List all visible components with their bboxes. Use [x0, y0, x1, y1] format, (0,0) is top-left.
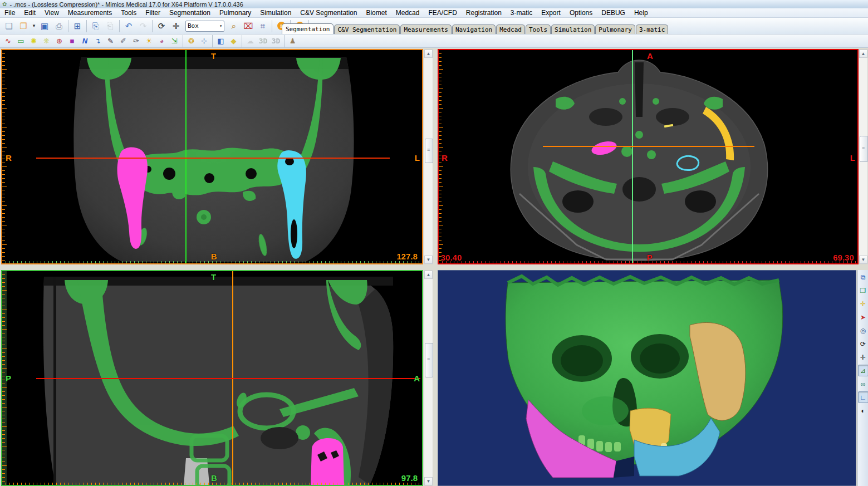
- remesh-button[interactable]: ◧: [214, 35, 227, 47]
- tab-navigation[interactable]: Navigation: [452, 24, 496, 34]
- menu-cv-segmentation[interactable]: C&V Segmentation: [296, 9, 361, 17]
- tab-3matic[interactable]: 3-matic: [636, 24, 668, 34]
- coronal-scrollbar[interactable]: ▲ ▼: [424, 49, 433, 264]
- scroll-up-icon[interactable]: ▲: [424, 50, 433, 58]
- thresholding-button[interactable]: ∿: [2, 35, 14, 47]
- toolbar-separator: [272, 20, 272, 32]
- crosshair-vertical[interactable]: [632, 50, 633, 263]
- menu-biomet[interactable]: Biomet: [361, 9, 391, 17]
- sagittal-viewport[interactable]: T P A B 97.8: [1, 270, 423, 486]
- clipping-button[interactable]: ➤: [858, 311, 868, 323]
- crosshair-horizontal[interactable]: [543, 146, 754, 147]
- morphology-button[interactable]: ☀: [143, 35, 155, 47]
- tab-cv-segmentation[interactable]: C&V Segmentation: [334, 24, 400, 34]
- crosshair-vertical[interactable]: [185, 50, 187, 263]
- open-project-button[interactable]: ❒: [16, 19, 31, 33]
- coronal-viewport[interactable]: T R L B 127.8: [1, 49, 423, 264]
- stl-figure-button[interactable]: ♟: [286, 35, 299, 47]
- three-d-viewport[interactable]: [438, 270, 856, 486]
- crop-project-button[interactable]: ▭: [14, 35, 27, 47]
- scroll-thumb[interactable]: [860, 136, 868, 162]
- calculate-3d-preview-button[interactable]: ⊕: [53, 35, 66, 47]
- menu-segmentation[interactable]: Segmentation: [165, 9, 215, 17]
- tab-measurements[interactable]: Measurements: [400, 24, 451, 34]
- paste-button[interactable]: ⎗: [103, 19, 117, 33]
- rotate-3d-button[interactable]: ⟳: [858, 338, 868, 350]
- orientation-box-button[interactable]: ∟: [858, 391, 868, 403]
- scroll-down-icon[interactable]: ▼: [424, 477, 433, 485]
- undo-button[interactable]: ↶: [121, 19, 136, 33]
- 3d-disks-icon: 3D: [259, 37, 268, 45]
- tab-pulmonary[interactable]: Pulmonary: [595, 24, 635, 34]
- zoom-shape-select[interactable]: Box ▾: [185, 21, 224, 32]
- visibility-button[interactable]: ◎: [858, 325, 868, 336]
- print-button[interactable]: ⎙: [52, 19, 66, 33]
- four-views-button[interactable]: ✛: [858, 298, 868, 310]
- axes-toggle-button[interactable]: ⊿: [858, 365, 868, 376]
- tab-simulation[interactable]: Simulation: [551, 24, 595, 34]
- tab-medcad[interactable]: Medcad: [496, 24, 525, 34]
- multiple-slice-edit-button[interactable]: ✑: [130, 35, 143, 47]
- menu-debug[interactable]: DEBUG: [597, 9, 630, 17]
- edit-contour-button[interactable]: ✐: [117, 35, 130, 47]
- cavity-fill-button[interactable]: ↴: [91, 35, 104, 47]
- menu-options[interactable]: Options: [565, 9, 597, 17]
- sagittal-scrollbar[interactable]: ▲ ▼: [424, 270, 433, 486]
- menu-medcad[interactable]: Medcad: [391, 9, 424, 17]
- menu-tools[interactable]: Tools: [116, 9, 141, 17]
- stereo-view-button[interactable]: ∞: [858, 378, 868, 390]
- menu-pulmonary[interactable]: Pulmonary: [215, 9, 256, 17]
- menu-help[interactable]: Help: [630, 9, 653, 17]
- menu-simulation[interactable]: Simulation: [256, 9, 296, 17]
- menu-3matic[interactable]: 3-matic: [506, 9, 537, 17]
- invert-contrast-button[interactable]: ◐: [858, 405, 868, 416]
- redo-button[interactable]: ↷: [136, 19, 150, 33]
- crosshair-horizontal[interactable]: [36, 378, 420, 379]
- menu-edit[interactable]: Edit: [19, 9, 40, 17]
- new-file-button[interactable]: ❏: [2, 19, 16, 33]
- menu-view[interactable]: View: [40, 9, 63, 17]
- boolean-operations-button[interactable]: ◕: [155, 35, 168, 47]
- wrap-button[interactable]: ☁: [244, 35, 257, 47]
- unzoom-button[interactable]: ⌧: [241, 19, 256, 33]
- rotate-button[interactable]: ⟳: [154, 19, 169, 33]
- menu-registration[interactable]: Registration: [462, 9, 506, 17]
- split-mask-button[interactable]: N: [79, 35, 91, 47]
- copy-button[interactable]: ⎘: [89, 19, 103, 33]
- organize-images-button[interactable]: ⊞: [70, 19, 85, 33]
- menu-export[interactable]: Export: [537, 9, 565, 17]
- zoom-button[interactable]: ⌕: [227, 19, 241, 33]
- annotation-tag-button[interactable]: ◆: [227, 35, 240, 47]
- edit-3d-button[interactable]: 3D: [269, 35, 282, 47]
- menu-measurements[interactable]: Measurements: [63, 9, 116, 17]
- region-growing-button[interactable]: ✺: [27, 35, 40, 47]
- scroll-up-icon[interactable]: ▲: [424, 271, 433, 279]
- save-project-button[interactable]: ▣: [37, 19, 52, 33]
- tab-segmentation[interactable]: Segmentation: [282, 23, 334, 34]
- axial-scrollbar[interactable]: ▲ ▼: [859, 49, 868, 264]
- open-dropdown-button[interactable]: ▾: [31, 19, 37, 33]
- scroll-thumb[interactable]: [425, 139, 433, 163]
- draw-profile-line-button[interactable]: ✎: [104, 35, 117, 47]
- scene-layout-button[interactable]: ⧉: [858, 271, 868, 283]
- dynamic-region-growing-button[interactable]: ❋: [40, 35, 53, 47]
- menu-filter[interactable]: Filter: [141, 9, 165, 17]
- crop-mask-button[interactable]: ⇲: [168, 35, 181, 47]
- calculate-3d-alt-button[interactable]: 3D: [257, 35, 269, 47]
- axial-viewport[interactable]: A R L P 30.40 69.30: [438, 49, 859, 264]
- crosshair-horizontal[interactable]: [36, 158, 390, 159]
- scroll-down-icon[interactable]: ▼: [424, 256, 433, 264]
- scroll-thumb[interactable]: [425, 343, 433, 377]
- tab-tools[interactable]: Tools: [526, 24, 551, 34]
- scroll-up-icon[interactable]: ▲: [859, 50, 867, 58]
- viewcube-button[interactable]: ❒: [858, 284, 868, 296]
- menu-file[interactable]: File: [0, 9, 19, 17]
- calculate-3d-button[interactable]: ❂: [185, 35, 198, 47]
- pan-3d-button[interactable]: ✛: [858, 351, 868, 363]
- edit-masks-button[interactable]: ■: [66, 35, 79, 47]
- pan-button[interactable]: ✛: [169, 19, 183, 33]
- scroll-down-icon[interactable]: ▼: [859, 256, 867, 264]
- zoom-fit-button[interactable]: ⌗: [256, 19, 270, 33]
- menu-fea-cfd[interactable]: FEA/CFD: [424, 9, 461, 17]
- create-point-button[interactable]: ⊹: [198, 35, 210, 47]
